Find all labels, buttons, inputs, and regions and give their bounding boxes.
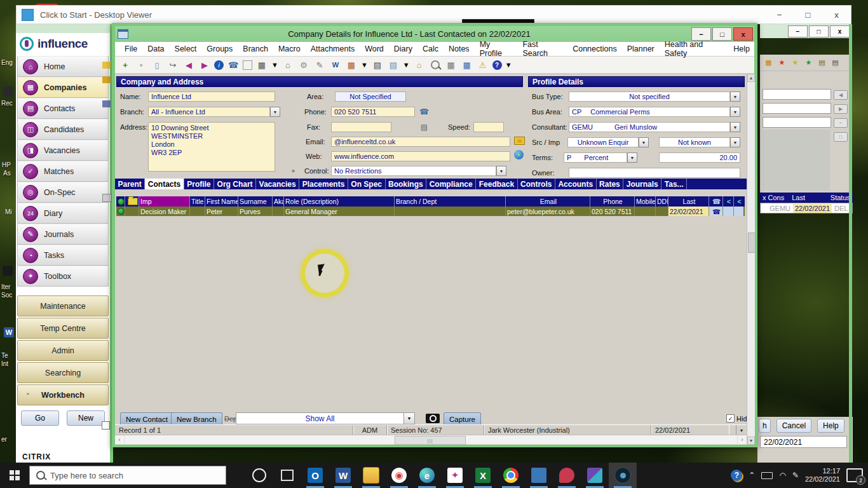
task-view-button[interactable] [273, 463, 301, 488]
tab-rates[interactable]: Rates [597, 179, 624, 189]
bg-col-last[interactable]: Last [784, 194, 805, 201]
fax-field[interactable] [331, 122, 391, 132]
desktop-shortcut-label[interactable]: Soc [1, 292, 12, 299]
tray-expand-icon[interactable]: ⌃ [749, 471, 755, 480]
taskbar-photos[interactable] [581, 463, 609, 488]
battery-icon[interactable] [761, 472, 773, 479]
menu-health-safety[interactable]: Health and Safety [660, 40, 728, 58]
bg-date-field[interactable]: 22/02/2021 [760, 436, 847, 448]
sidebar-item-admin[interactable]: Admin [17, 340, 109, 361]
viewer-maximize-button[interactable]: □ [794, 6, 822, 24]
desktop-shortcut-label[interactable]: Int [1, 360, 8, 367]
close-button[interactable]: x [733, 27, 753, 41]
new-button[interactable]: New [67, 410, 105, 426]
hide-checkbox[interactable]: ✓ Hid [726, 414, 747, 423]
taskbar-excel[interactable]: X [469, 463, 497, 488]
menu-macro[interactable]: Macro [274, 44, 305, 53]
search-button-partial[interactable]: h [759, 419, 771, 433]
bus-area-select[interactable]: CP Commercial Perms [569, 107, 730, 117]
control-dropdown-arrow[interactable]: ▼ [496, 166, 506, 176]
bg-input-field[interactable] [763, 89, 831, 100]
menu-attachments[interactable]: Attachments [306, 44, 359, 53]
col-branch-dept[interactable]: Branch / Dept [395, 196, 506, 207]
terms-dropdown-arrow[interactable]: ▼ [627, 152, 637, 163]
sidebar-item-toolbox[interactable]: ✦Toolbox [17, 266, 109, 287]
tab-profile[interactable]: Profile [184, 179, 214, 189]
taskbar-chrome[interactable] [497, 463, 525, 488]
bg-col-cons[interactable]: x Cons [760, 194, 784, 201]
attachment-icon[interactable]: ✎ [313, 59, 326, 71]
tab-tasks[interactable]: Tas... [661, 179, 687, 189]
viewer-close-button[interactable]: x [822, 6, 851, 24]
new-contact-button[interactable]: New Contact [120, 412, 173, 426]
grid-menu-icon[interactable]: ▦ [255, 59, 268, 71]
viewer-minimize-button[interactable]: − [765, 6, 794, 24]
sidebar-item-contacts[interactable]: ▤Contacts [17, 98, 109, 119]
desktop-shortcut-label[interactable]: HP [2, 161, 11, 168]
horizontal-scrollbar[interactable]: ‹ ||| › [115, 435, 747, 444]
scrollbar-thumb[interactable] [748, 233, 756, 253]
new-record-icon[interactable]: + [119, 59, 132, 71]
print-icon[interactable]: ▤ [419, 122, 430, 132]
col-phone[interactable]: Phone [590, 196, 635, 207]
tab-parent[interactable]: Parent [115, 179, 145, 189]
cortana-button[interactable] [245, 463, 273, 488]
taskbar-explorer[interactable] [357, 463, 385, 488]
info-icon[interactable]: i [214, 60, 224, 70]
row-phone-icon-cell[interactable]: ☎ [709, 207, 723, 216]
delete-icon[interactable]: ▯ [151, 59, 163, 71]
menu-my-profile[interactable]: My Profile [475, 40, 517, 58]
tab-vacancies[interactable]: Vacancies [256, 179, 299, 189]
blank-icon[interactable] [243, 60, 252, 70]
menu-diary[interactable]: Diary [390, 44, 417, 53]
calendar-money-icon[interactable]: ▤ [817, 58, 827, 67]
menu-fast-search[interactable]: Fast Search [518, 40, 567, 58]
desktop-shortcut-icon[interactable] [3, 86, 13, 97]
importance-dropdown-arrow[interactable]: ▼ [730, 137, 740, 147]
mail-icon[interactable]: ✉ [514, 137, 525, 145]
move-right-button[interactable]: ▶ [834, 104, 848, 114]
terms-percent-field[interactable]: 20.00 [659, 152, 740, 163]
terms-select[interactable]: P Percent [564, 152, 627, 163]
menu-planner[interactable]: Planner [623, 44, 659, 53]
col-phone-icon[interactable]: ☎ [709, 196, 723, 207]
calendar-icon[interactable]: ▦ [345, 59, 358, 71]
scrollbar-thumb[interactable]: ||| [395, 436, 466, 445]
start-button[interactable] [0, 463, 29, 488]
consultant-select[interactable]: GEMU Geri Munslow [569, 122, 730, 132]
menu-help[interactable]: Help [729, 44, 754, 53]
sidebar-item-matches[interactable]: ✓Matches [17, 161, 109, 182]
taskbar-outlook[interactable]: O [301, 463, 329, 488]
dropdown-arrow-icon[interactable]: ▼ [361, 61, 368, 69]
desktop-shortcut-label[interactable]: Eng [1, 59, 13, 66]
swap-button[interactable]: □ [834, 132, 848, 142]
save-icon[interactable]: ▪ [135, 59, 147, 71]
sidebar-item-temp-centre[interactable]: Temp Centre [17, 318, 109, 339]
sidebar-item-journals[interactable]: ✎Journals [17, 224, 109, 245]
sidebar-item-companies[interactable]: ▦Companies [17, 77, 109, 98]
col-surname[interactable]: Surname [238, 196, 273, 207]
dropdown-arrow-icon[interactable]: ▼ [271, 61, 278, 69]
help-icon[interactable]: ? [492, 60, 502, 70]
phone-field[interactable]: 020 520 7511 [331, 107, 415, 117]
sidebar-item-vacancies[interactable]: ◨Vacancies [17, 140, 109, 161]
window-titlebar[interactable]: Company Details for Influence Ltd - Last… [115, 26, 754, 42]
location-pin-icon[interactable]: ● [288, 166, 299, 175]
capture-button[interactable]: Capture [444, 412, 481, 426]
control-select[interactable]: No Restrictions [331, 166, 496, 176]
cancel-button[interactable]: Cancel [776, 419, 811, 433]
pen-icon[interactable]: ✎ [792, 471, 799, 480]
bus-type-select[interactable]: Not specified [569, 92, 730, 102]
col-share-2[interactable]: < [734, 196, 743, 207]
bg-input-field[interactable] [763, 103, 831, 114]
taskbar-search[interactable]: Type here to search [29, 466, 226, 485]
bus-type-dropdown-arrow[interactable]: ▼ [730, 92, 740, 102]
maximize-button[interactable]: □ [712, 27, 732, 41]
word-icon[interactable]: W [329, 59, 342, 71]
col-mobile[interactable]: Mobile [635, 196, 656, 207]
col-last[interactable]: Last [668, 196, 709, 207]
owner-field[interactable] [569, 168, 740, 178]
menu-connections[interactable]: Connections [568, 44, 621, 53]
desktop-shortcut-label[interactable]: As [3, 170, 11, 177]
bg-restore-button[interactable]: □ [809, 25, 829, 37]
